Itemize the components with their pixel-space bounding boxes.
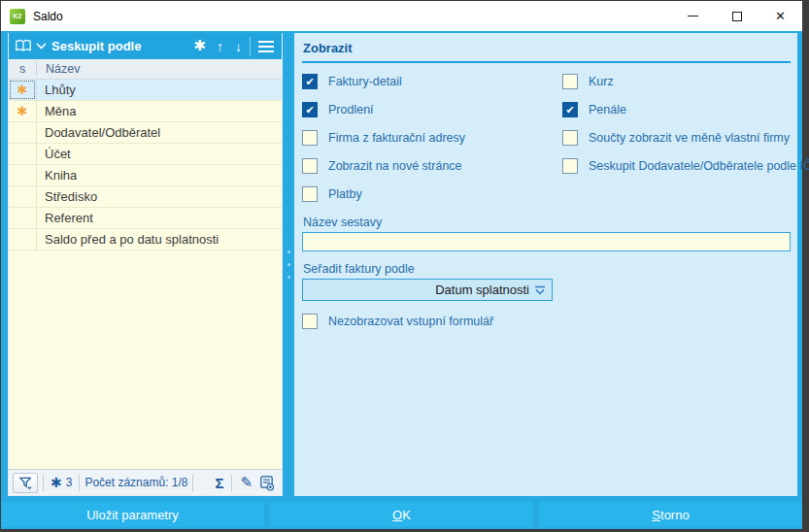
- report-name-label: Název sestavy: [303, 216, 791, 229]
- move-down-icon[interactable]: ↓: [229, 39, 248, 54]
- table-row[interactable]: ✱ Lhůty: [9, 80, 282, 101]
- report-name-input[interactable]: [302, 232, 791, 251]
- checkbox-box[interactable]: ✔: [302, 158, 318, 174]
- options-column-right: ✔ Kurz ✔ Penále ✔ Součty zobrazit ve měn…: [562, 74, 809, 202]
- table-row[interactable]: ✱ Dodavatel/Odběratel: [9, 122, 282, 144]
- checkbox-box[interactable]: ✔: [302, 74, 318, 89]
- checkbox-box[interactable]: ✔: [302, 186, 318, 202]
- row-label: Účet: [37, 144, 71, 164]
- app-icon: K2: [10, 9, 25, 24]
- checkbox-label: Součty zobrazit ve měně vlastní firmy: [589, 131, 790, 145]
- status-separator: [43, 475, 44, 491]
- sum-icon[interactable]: Σ: [212, 475, 226, 491]
- checkbox-zobrazit-na-nove-strance[interactable]: ✔ Zobrazit na nové stránce: [302, 158, 562, 174]
- row-label: Kniha: [37, 165, 77, 185]
- button-label: Uložit parametry: [1, 508, 264, 522]
- column-header: s Název: [9, 59, 282, 80]
- checkbox-prodleni[interactable]: ✔ Prodlení: [302, 102, 562, 117]
- group-by-header: Seskupit podle ✱ ↑ ↓: [9, 33, 282, 59]
- title-bar: K2 Saldo ✕: [1, 1, 802, 31]
- record-count: Počet záznamů: 1/8: [84, 476, 187, 489]
- star-cell: ✱: [9, 165, 36, 185]
- checkbox-label: Firma z fakturační adresy: [328, 131, 465, 145]
- star-cell: ✱: [9, 101, 36, 121]
- checkbox-penale[interactable]: ✔ Penále: [562, 102, 809, 117]
- status-separator: [192, 475, 193, 491]
- checkbox-box[interactable]: ✔: [302, 130, 318, 146]
- column-header-name[interactable]: Název: [37, 62, 80, 76]
- dialog-body: Seskupit podle ✱ ↑ ↓ s Název ✱ Lhůty: [1, 31, 802, 496]
- checkbox-faktury-detail[interactable]: ✔ Faktury-detail: [302, 74, 562, 89]
- checkbox-box[interactable]: ✔: [302, 314, 318, 329]
- checkbox-seskupit-podle-ico[interactable]: ✔ Seskupit Dodavatele/Odběratele podle I…: [562, 158, 809, 174]
- chevron-down-icon[interactable]: [36, 43, 47, 50]
- table-row[interactable]: ✱ Referent: [9, 208, 282, 229]
- minimize-icon: [688, 16, 698, 17]
- table-row[interactable]: ✱ Saldo před a po datu splatnosti: [9, 229, 282, 250]
- star-filter-icon[interactable]: ✱: [188, 38, 211, 52]
- book-icon[interactable]: [15, 39, 32, 53]
- menu-icon[interactable]: [254, 41, 278, 52]
- edit-icon[interactable]: ✎: [237, 474, 255, 491]
- checkbox-label: Zobrazit na nové stránce: [328, 159, 462, 173]
- star-icon: ✱: [17, 83, 28, 96]
- star-cell: ✱: [9, 144, 36, 164]
- minimize-button[interactable]: [671, 2, 715, 31]
- row-label: Měna: [37, 101, 77, 121]
- star-cell: ✱: [9, 186, 36, 207]
- table-row[interactable]: ✱ Měna: [9, 101, 282, 122]
- window-title: Saldo: [33, 10, 63, 23]
- checkbox-firma-z-fakturacni-adresy[interactable]: ✔ Firma z fakturační adresy: [302, 130, 562, 146]
- table-row[interactable]: ✱ Středisko: [9, 186, 282, 208]
- checkbox-nezobrazovat-formular[interactable]: ✔ Nezobrazovat vstupní formulář: [302, 314, 791, 329]
- sort-label: Seřadit faktury podle: [303, 262, 791, 276]
- table-row[interactable]: ✱ Kniha: [9, 165, 282, 186]
- star-cell: ✱: [9, 80, 36, 100]
- maximize-button[interactable]: [715, 2, 758, 31]
- starred-count-icon[interactable]: ✱: [51, 475, 62, 490]
- maximize-icon: [732, 12, 742, 21]
- row-label: Středisko: [37, 186, 97, 207]
- checkbox-box[interactable]: ✔: [302, 102, 318, 117]
- cancel-button[interactable]: Storno: [539, 502, 802, 527]
- options-grid: ✔ Faktury-detail ✔ Prodlení ✔ Firma z fa…: [302, 74, 791, 202]
- move-up-icon[interactable]: ↑: [211, 39, 229, 54]
- button-label: Storno: [539, 508, 802, 522]
- panel-splitter[interactable]: [283, 33, 294, 496]
- checkbox-box[interactable]: ✔: [562, 130, 578, 146]
- options-column-left: ✔ Faktury-detail ✔ Prodlení ✔ Firma z fa…: [302, 74, 562, 202]
- check-icon: ✔: [305, 105, 314, 116]
- ok-button[interactable]: OK: [270, 502, 533, 527]
- row-label: Saldo před a po datu splatnosti: [37, 229, 219, 249]
- list-empty-area: [9, 250, 282, 469]
- checkbox-label: Platby: [328, 187, 362, 201]
- checkbox-platby[interactable]: ✔ Platby: [302, 186, 562, 202]
- star-cell: ✱: [9, 122, 36, 143]
- checkbox-box[interactable]: ✔: [562, 74, 578, 89]
- panel-title: Seskupit podle: [51, 39, 188, 53]
- status-bar: ✱ 3 Počet záznamů: 1/8 Σ ✎: [9, 469, 282, 495]
- column-header-s[interactable]: s: [9, 62, 36, 76]
- checkbox-box[interactable]: ✔: [562, 158, 578, 174]
- check-icon: ✔: [565, 105, 574, 116]
- dialog-window: K2 Saldo ✕ Seskupit podle ✱ ↑ ↓: [1, 1, 802, 529]
- table-row[interactable]: ✱ Účet: [9, 144, 282, 165]
- checkbox-box[interactable]: ✔: [562, 102, 578, 117]
- star-cell: ✱: [9, 208, 36, 228]
- display-options-panel: Zobrazit ✔ Faktury-detail ✔ Prodlení ✔ F…: [294, 33, 797, 496]
- checkbox-kurz[interactable]: ✔ Kurz: [562, 74, 809, 89]
- group-by-list: ✱ Lhůty ✱ Měna ✱ Dodavatel/Odběratel ✱: [9, 80, 282, 250]
- sort-dropdown[interactable]: Datum splatnosti: [302, 279, 553, 301]
- checkbox-label: Faktury-detail: [328, 75, 402, 88]
- close-button[interactable]: ✕: [758, 2, 802, 31]
- status-separator: [231, 475, 232, 491]
- sort-dropdown-value: Datum splatnosti: [435, 283, 529, 297]
- row-label: Referent: [37, 208, 93, 228]
- checkbox-soucty-zobrazit[interactable]: ✔ Součty zobrazit ve měně vlastní firmy: [562, 130, 809, 146]
- button-label: OK: [270, 508, 533, 522]
- filter-button[interactable]: [13, 473, 38, 493]
- add-form-icon[interactable]: [255, 475, 278, 491]
- checkbox-label: Prodlení: [328, 103, 374, 116]
- save-parameters-button[interactable]: Uložit parametry: [1, 502, 264, 527]
- section-title: Zobrazit: [302, 38, 791, 61]
